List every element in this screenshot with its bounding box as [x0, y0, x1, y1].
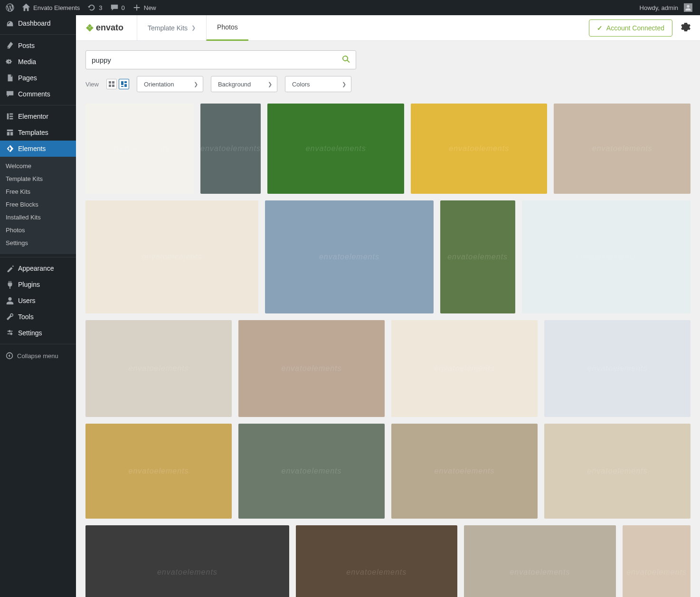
sidebar-item-posts[interactable]: Posts — [0, 38, 76, 54]
photo-thumbnail[interactable]: envatoelements — [265, 200, 433, 313]
photo-thumbnail[interactable]: envatoelements — [85, 424, 232, 519]
view-grid-button[interactable] — [106, 79, 117, 89]
site-name: Envato Elements — [33, 4, 80, 11]
account-connected-button[interactable]: ✓ Account Connected — [589, 19, 672, 37]
new-content[interactable]: New — [129, 0, 160, 15]
sidebar-item-elementor[interactable]: Elementor — [0, 108, 76, 124]
svg-rect-6 — [112, 81, 114, 84]
photo-search[interactable] — [85, 50, 356, 69]
submenu-free-blocks[interactable]: Free Blocks — [0, 198, 76, 211]
gear-icon — [681, 22, 691, 32]
chevron-right-icon: ❯ — [194, 81, 198, 87]
photo-thumbnail[interactable]: envatoelements — [623, 525, 691, 597]
photo-thumbnail[interactable]: envatoelements — [391, 424, 538, 519]
chevron-right-icon: ❯ — [268, 81, 272, 87]
svg-rect-0 — [7, 114, 9, 120]
svg-rect-10 — [124, 81, 127, 83]
plus-icon — [132, 3, 141, 12]
watermark: envatoelements — [411, 104, 548, 194]
watermark: envatoelements — [85, 200, 258, 313]
submenu-free-kits[interactable]: Free Kits — [0, 185, 76, 198]
filter-orientation[interactable]: Orientation ❯ — [137, 76, 203, 92]
sidebar-label: Templates — [18, 129, 48, 136]
watermark: envatoelements — [296, 525, 457, 597]
filter-colors[interactable]: Colors ❯ — [285, 76, 351, 92]
envato-header: ❖ envato Template Kits ❯ Photos ✓ Accoun… — [76, 15, 700, 41]
photo-thumbnail[interactable]: envatoelements — [544, 320, 691, 417]
submenu-settings[interactable]: Settings — [0, 237, 76, 249]
photo-thumbnail[interactable]: envatoelements — [554, 104, 691, 194]
new-label: New — [144, 4, 156, 11]
masonry-icon — [121, 81, 127, 87]
svg-rect-9 — [121, 81, 123, 85]
sidebar-label: Comments — [18, 90, 50, 98]
sidebar-label: Tools — [18, 313, 34, 321]
collapse-label: Collapse menu — [17, 352, 58, 360]
comments-count: 0 — [122, 4, 125, 11]
sidebar-label: Users — [18, 297, 36, 304]
submenu-photos[interactable]: Photos — [0, 224, 76, 237]
watermark: envatoelements — [200, 104, 261, 194]
photo-thumbnail[interactable]: envatoelements — [238, 424, 385, 519]
grid-icon — [108, 81, 115, 87]
sidebar-item-media[interactable]: Media — [0, 54, 76, 70]
watermark: envatoelements — [544, 424, 691, 519]
comment-icon — [110, 3, 119, 12]
svg-rect-7 — [109, 85, 111, 87]
view-masonry-button[interactable] — [119, 79, 129, 89]
collapse-menu[interactable]: Collapse menu — [0, 347, 76, 364]
photo-thumbnail[interactable]: envatoelements — [267, 104, 404, 194]
photo-thumbnail[interactable]: envatoelements — [200, 104, 261, 194]
search-input[interactable] — [92, 56, 341, 64]
svg-rect-12 — [121, 86, 123, 87]
photo-thumbnail[interactable]: envatoelements — [296, 525, 457, 597]
photo-thumbnail[interactable]: envatoelements — [85, 200, 258, 313]
sidebar-item-settings[interactable]: Settings — [0, 325, 76, 341]
sidebar-submenu: Welcome Template Kits Free Kits Free Blo… — [0, 157, 76, 254]
site-name-link[interactable]: Envato Elements — [18, 0, 84, 15]
photo-thumbnail[interactable]: envatoelements — [411, 104, 548, 194]
tab-template-kits[interactable]: Template Kits ❯ — [137, 15, 206, 41]
photo-thumbnail[interactable]: envatoelements — [85, 320, 232, 417]
watermark: envatoelements — [391, 320, 538, 417]
photo-results-grid: envatoelementsenvatoelementsenvatoelemen… — [76, 95, 700, 597]
account-menu[interactable]: Howdy, admin — [636, 0, 696, 15]
watermark: envatoelements — [391, 424, 538, 519]
photo-thumbnail[interactable]: envatoelements — [85, 525, 289, 597]
wp-logo[interactable] — [2, 0, 18, 15]
watermark: envatoelements — [464, 525, 616, 597]
svg-rect-3 — [9, 118, 13, 120]
photo-thumbnail[interactable]: envatoelements — [391, 320, 538, 417]
photo-thumbnail[interactable]: envatoelements — [464, 525, 616, 597]
sidebar-item-comments[interactable]: Comments — [0, 86, 76, 102]
photo-thumbnail[interactable]: envatoelements — [544, 424, 691, 519]
photo-thumbnail[interactable]: envatoelements — [440, 200, 515, 313]
watermark: envatoelements — [544, 320, 691, 417]
envato-logo[interactable]: ❖ envato — [85, 22, 137, 34]
tab-photos[interactable]: Photos — [206, 15, 248, 41]
sidebar-item-pages[interactable]: Pages — [0, 70, 76, 86]
sidebar-label: Media — [18, 58, 36, 66]
submenu-template-kits[interactable]: Template Kits — [0, 172, 76, 185]
watermark: envatoelements — [623, 525, 691, 597]
sidebar-item-dashboard[interactable]: Dashboard — [0, 15, 76, 31]
sidebar-item-tools[interactable]: Tools — [0, 309, 76, 325]
sidebar-label: Appearance — [18, 265, 54, 272]
photo-thumbnail[interactable]: envatoelements — [238, 320, 385, 417]
submenu-installed-kits[interactable]: Installed Kits — [0, 211, 76, 224]
sidebar-item-elements[interactable]: Elements — [0, 141, 76, 157]
photo-thumbnail[interactable]: envatoelements — [522, 200, 691, 313]
updates-link[interactable]: 3 — [84, 0, 106, 15]
sidebar-item-users[interactable]: Users — [0, 293, 76, 309]
settings-gear-button[interactable] — [681, 22, 691, 33]
sidebar-item-appearance[interactable]: Appearance — [0, 260, 76, 276]
sidebar-item-templates[interactable]: Templates — [0, 124, 76, 141]
chevron-right-icon: ❯ — [342, 81, 346, 87]
search-icon[interactable] — [341, 55, 351, 66]
filter-background[interactable]: Background ❯ — [211, 76, 277, 92]
svg-rect-8 — [112, 85, 114, 87]
sidebar-item-plugins[interactable]: Plugins — [0, 276, 76, 293]
photo-thumbnail[interactable]: envatoelements — [85, 104, 194, 194]
comments-bubble[interactable]: 0 — [106, 0, 129, 15]
submenu-welcome[interactable]: Welcome — [0, 160, 76, 172]
